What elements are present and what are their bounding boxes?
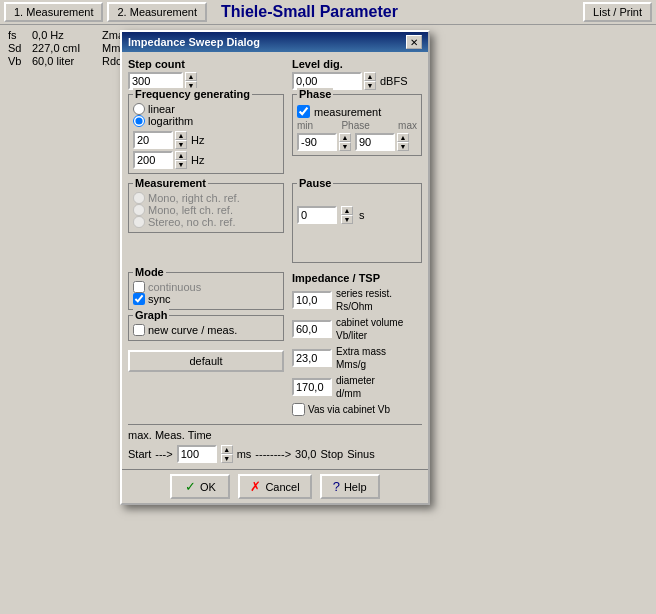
graph-box: Graph new curve / meas.	[128, 315, 284, 341]
phase-measurement-label: measurement	[314, 106, 381, 118]
imp-cabinet-input[interactable]	[292, 320, 332, 338]
phase-min-input[interactable]	[297, 133, 337, 151]
phase-measurement-checkbox[interactable]	[297, 105, 310, 118]
freq-linear-radio[interactable]	[133, 103, 145, 115]
start-value-input[interactable]	[177, 445, 217, 463]
stop-label: Stop	[320, 448, 343, 460]
pause-unit: s	[359, 209, 365, 221]
meas-group-1: fs0,0 Hz Sd227,0 cmI Vb60,0 liter	[8, 29, 82, 67]
frequency-box: Frequency generating linear logarithm	[128, 94, 284, 174]
row-freq-phase: Frequency generating linear logarithm	[128, 94, 422, 179]
dialog-footer: ✓ OK ✗ Cancel ? Help	[122, 469, 428, 503]
pause-input[interactable]	[297, 206, 337, 224]
start-down-btn[interactable]: ▼	[221, 454, 233, 463]
freq-to-down-btn[interactable]: ▼	[175, 160, 187, 169]
dialog-close-btn[interactable]: ✕	[406, 35, 422, 49]
start-label: Start	[128, 448, 151, 460]
meas-content: Mono, right ch. ref. Mono, left ch. ref.…	[133, 192, 279, 228]
mode-sync-checkbox[interactable]	[133, 293, 145, 305]
mode-continuous-checkbox[interactable]	[133, 281, 145, 293]
row-meas-pause: Measurement Mono, right ch. ref. Mono, l…	[128, 183, 422, 268]
cancel-button[interactable]: ✗ Cancel	[238, 474, 311, 499]
level-dig-up-btn[interactable]: ▲	[364, 72, 376, 81]
freq-to-input[interactable]	[133, 151, 173, 169]
freq-log-radio[interactable]	[133, 115, 145, 127]
measurement-1-btn[interactable]: 1. Measurement	[4, 2, 103, 22]
phase-minmax-labels: min Phase max	[297, 120, 417, 131]
start-arrow2: -------->	[255, 448, 291, 460]
graph-content: new curve / meas.	[133, 324, 279, 336]
start-arrow: --->	[155, 448, 172, 460]
mode-sync-label: sync	[148, 293, 171, 305]
level-dig-down-btn[interactable]: ▼	[364, 81, 376, 90]
default-btn[interactable]: default	[128, 350, 284, 372]
freq-from-down-btn[interactable]: ▼	[175, 140, 187, 149]
graph-title: Graph	[133, 309, 169, 321]
step-count-section: Step count ▲ ▼	[128, 58, 284, 90]
pause-down-btn[interactable]: ▼	[341, 215, 353, 224]
imp-series-label: series resist. Rs/Ohm	[336, 287, 392, 313]
sinus-label: Sinus	[347, 448, 375, 460]
graph-newcurve-checkbox[interactable]	[133, 324, 145, 336]
ok-button[interactable]: ✓ OK	[170, 474, 230, 499]
pause-section: Pause ▲ ▼ s	[292, 183, 422, 268]
phase-min-down-btn[interactable]: ▼	[339, 142, 351, 151]
imp-title: Impedance / TSP	[292, 272, 422, 284]
imp-vas-checkbox[interactable]	[292, 403, 305, 416]
start-time-value: 30,0	[295, 448, 316, 460]
imp-series-row: series resist. Rs/Ohm	[292, 287, 422, 313]
imp-series-input[interactable]	[292, 291, 332, 309]
meas-right-radio	[133, 192, 145, 204]
start-sinus-row: Start ---> ▲ ▼ ms --------> 30,0 Stop Si…	[128, 445, 422, 463]
step-count-up-btn[interactable]: ▲	[185, 72, 197, 81]
row-step-level: Step count ▲ ▼ Level dig. ▲ ▼	[128, 58, 422, 90]
cancel-label: Cancel	[265, 481, 299, 493]
phase-max-input[interactable]	[355, 133, 395, 151]
freq-linear-label: linear	[148, 103, 175, 115]
freq-to-up-btn[interactable]: ▲	[175, 151, 187, 160]
start-unit: ms	[237, 448, 252, 460]
phase-min-up-btn[interactable]: ▲	[339, 133, 351, 142]
imp-diameter-label: diameter d/mm	[336, 374, 375, 400]
mode-graph-section: Mode continuous sync Graph	[128, 272, 284, 420]
help-button[interactable]: ? Help	[320, 474, 380, 499]
start-up-btn[interactable]: ▲	[221, 445, 233, 454]
imp-cabinet-row: cabinet volume Vb/liter	[292, 316, 422, 342]
measurement-2-btn[interactable]: 2. Measurement	[107, 2, 206, 22]
frequency-section: Frequency generating linear logarithm	[128, 94, 284, 179]
freq-log-row: logarithm	[133, 115, 279, 127]
freq-to-spinner: ▲ ▼ Hz	[133, 151, 279, 169]
row-mode-imp: Mode continuous sync Graph	[128, 272, 422, 420]
imp-vas-label: Vas via cabinet Vb	[308, 404, 390, 415]
mode-box: Mode continuous sync	[128, 272, 284, 310]
dialog-body: Step count ▲ ▼ Level dig. ▲ ▼	[122, 52, 428, 469]
measurement-section: Measurement Mono, right ch. ref. Mono, l…	[128, 183, 284, 268]
meas-right-row: Mono, right ch. ref.	[133, 192, 279, 204]
pause-up-btn[interactable]: ▲	[341, 206, 353, 215]
freq-from-up-btn[interactable]: ▲	[175, 131, 187, 140]
level-dig-label: Level dig.	[292, 58, 422, 70]
phase-max-label: max	[398, 120, 417, 131]
meas-left-radio	[133, 204, 145, 216]
imp-diameter-input[interactable]	[292, 378, 332, 396]
dialog-titlebar: Impedance Sweep Dialog ✕	[122, 32, 428, 52]
list-print-btn[interactable]: List / Print	[583, 2, 652, 22]
phase-max-down-btn[interactable]: ▼	[397, 142, 409, 151]
meas-left-row: Mono, left ch. ref.	[133, 204, 279, 216]
phase-min-label: min	[297, 120, 313, 131]
step-count-label: Step count	[128, 58, 284, 70]
phase-phase-label: Phase	[317, 120, 394, 131]
imp-mass-input[interactable]	[292, 349, 332, 367]
freq-from-input[interactable]	[133, 131, 173, 149]
imp-diameter-row: diameter d/mm	[292, 374, 422, 400]
ok-label: OK	[200, 481, 216, 493]
help-icon: ?	[333, 479, 340, 494]
phase-max-up-btn[interactable]: ▲	[397, 133, 409, 142]
pause-spinner: ▲ ▼ s	[297, 206, 417, 224]
freq-from-btns: ▲ ▼	[175, 131, 187, 149]
imp-mass-label: Extra mass Mms/g	[336, 345, 386, 371]
pause-title: Pause	[297, 177, 333, 189]
impedance-sweep-dialog: Impedance Sweep Dialog ✕ Step count ▲ ▼ …	[120, 30, 430, 505]
meas-stereo-label: Stereo, no ch. ref.	[148, 216, 235, 228]
meas-stereo-row: Stereo, no ch. ref.	[133, 216, 279, 228]
